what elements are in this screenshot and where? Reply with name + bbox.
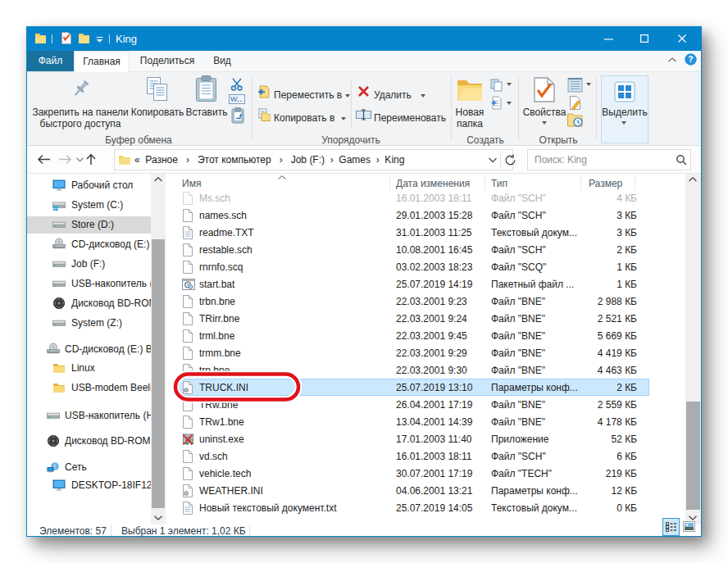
svg-text:W: W — [230, 95, 238, 103]
svg-text:?: ? — [688, 54, 693, 64]
